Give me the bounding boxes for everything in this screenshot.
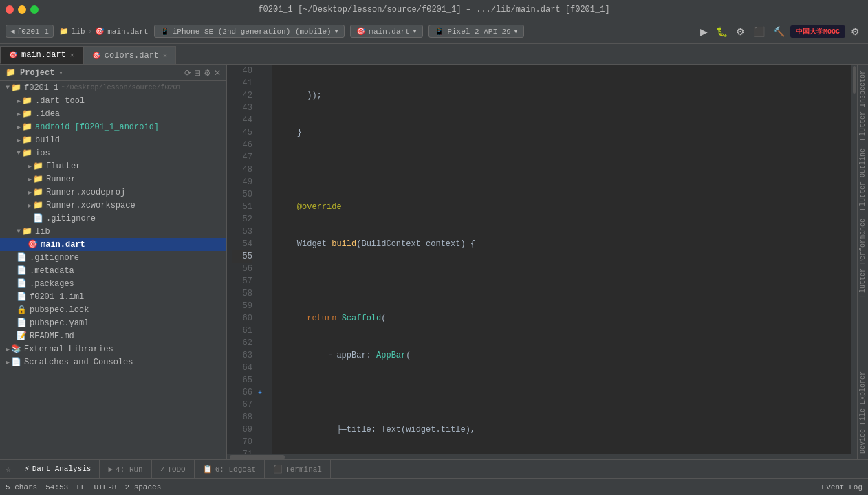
tree-item-dart-tool[interactable]: ▶ 📁 .dart_tool <box>0 94 226 107</box>
editor-scrollbar[interactable] <box>851 65 857 454</box>
flutter-performance-tab[interactable]: Flutter Performance <box>858 216 868 300</box>
tree-item-root[interactable]: ▼ 📁 f0201_1 ~/Desktop/lesson/source/f020… <box>0 81 226 94</box>
h-scrollbar-thumb[interactable] <box>230 455 285 459</box>
sync-button[interactable]: ⟳ <box>184 68 191 78</box>
sidebar: 📁 Project ▾ ⟳ ⊟ ⚙ ✕ ▼ 📁 f0201_1 ~/Deskto… <box>0 65 227 459</box>
line-num: 67 <box>232 399 252 411</box>
sidebar-scrollbar[interactable] <box>0 454 226 459</box>
tree-item-runner[interactable]: ▶ 📁 Runner <box>0 173 226 186</box>
phone-icon: 📱 <box>160 27 170 36</box>
tree-item-scratches[interactable]: ▶ 📄 Scratches and Consoles <box>0 355 226 368</box>
dropdown-icon: ▾ <box>514 27 519 36</box>
stop-button[interactable]: ⬛ <box>750 25 768 38</box>
arrow-icon: ▶ <box>28 162 32 170</box>
tree-item-metadata[interactable]: 📄 .metadata <box>0 264 226 277</box>
tree-item-build[interactable]: ▶ 📁 build <box>0 133 226 146</box>
tab-dart-analysis[interactable]: ⚡ Dart Analysis <box>17 460 100 479</box>
sidebar-content[interactable]: ▼ 📁 f0201_1 ~/Desktop/lesson/source/f020… <box>0 81 226 454</box>
tab-close[interactable]: ✕ <box>70 51 74 59</box>
tree-item-iml[interactable]: 📄 f0201_1.iml <box>0 290 226 303</box>
tree-item-packages[interactable]: 📄 .packages <box>0 277 226 290</box>
device-name: iPhone SE (2nd generation) (mobile) <box>173 28 332 36</box>
close-sidebar-button[interactable]: ✕ <box>214 68 221 78</box>
device-selector[interactable]: 📱 iPhone SE (2nd generation) (mobile) ▾ <box>154 25 345 38</box>
terminal-label: Terminal <box>285 465 322 474</box>
tree-item-external-libs[interactable]: ▶ 📚 External Libraries <box>0 342 226 355</box>
tree-item-android[interactable]: ▶ 📁 android [f0201_1_android] <box>0 120 226 133</box>
gutter-line <box>258 139 272 151</box>
gutter-line <box>258 250 272 263</box>
gutter-line <box>258 275 272 287</box>
tree-item-idea[interactable]: ▶ 📁 .idea <box>0 107 226 120</box>
close-button[interactable] <box>6 6 14 14</box>
scrollbar-thumb[interactable] <box>853 66 856 94</box>
breadcrumb-file: 🎯 <box>95 27 105 36</box>
line-num: 51 <box>232 201 252 213</box>
tab-run[interactable]: ▶ 4: Run <box>100 460 151 479</box>
tab-todo[interactable]: ✓ TODO <box>152 460 195 479</box>
line-num: 58 <box>232 287 252 300</box>
tree-item-lib[interactable]: ▼ 📁 lib <box>0 225 226 238</box>
tab-colors-dart[interactable]: 🎯 colors.dart ✕ <box>83 46 176 64</box>
line-num: 45 <box>232 126 252 139</box>
tree-item-xcworkspace[interactable]: ▶ 📁 Runner.xcworkspace <box>0 199 226 212</box>
tree-item-ios-gitignore[interactable]: 📄 .gitignore <box>0 212 226 225</box>
pixel-config[interactable]: 📱 Pixel 2 API 29 ▾ <box>428 25 524 38</box>
maximize-button[interactable] <box>30 6 39 14</box>
status-indent[interactable]: 2 spaces <box>124 483 161 492</box>
tree-label: .gitignore <box>46 214 96 223</box>
settings-button[interactable]: ⚙ <box>848 25 862 38</box>
tree-item-readme[interactable]: 📝 README.md <box>0 329 226 342</box>
gutter-line <box>258 362 272 374</box>
settings-icon[interactable]: ⚙ <box>204 68 211 78</box>
tab-close2[interactable]: ✕ <box>163 52 167 60</box>
code-container[interactable]: 40 41 42 43 44 45 46 47 48 49 50 51 52 5… <box>227 65 857 454</box>
flutter-inspector-tab[interactable]: Flutter Inspector <box>858 67 868 143</box>
tree-label: Runner.xcworkspace <box>46 201 135 210</box>
editor-area: 40 41 42 43 44 45 46 47 48 49 50 51 52 5… <box>227 65 857 459</box>
folder-icon: 📁 <box>22 135 32 145</box>
status-position[interactable]: 54:53 <box>45 483 68 492</box>
tab-logcat[interactable]: 📋 6: Logcat <box>195 460 265 479</box>
favorites-icon[interactable]: ☆ <box>0 464 17 474</box>
arrow-icon: ▼ <box>17 149 21 157</box>
status-encoding[interactable]: UTF-8 <box>94 483 116 492</box>
coverage-button[interactable]: ⚙ <box>733 25 748 38</box>
build-button[interactable]: 🔨 <box>770 25 788 38</box>
event-log[interactable]: Event Log <box>822 483 862 492</box>
back-button[interactable]: ◀ f0201_1 <box>6 25 54 38</box>
line-num: 50 <box>232 188 252 201</box>
tree-label: Scratches and Consoles <box>24 358 133 367</box>
folder-icon: 📁 <box>33 161 43 171</box>
tree-item-main-dart[interactable]: 🎯 main.dart <box>0 238 226 251</box>
file-icon: 📄 <box>17 278 27 289</box>
gutter-line <box>258 436 272 448</box>
run-config[interactable]: 🎯 main.dart ▾ <box>350 25 423 38</box>
tree-item-pubspec-yaml[interactable]: 📄 pubspec.yaml <box>0 316 226 329</box>
tree-item-ios[interactable]: ▼ 📁 ios <box>0 146 226 160</box>
tree-item-flutter[interactable]: ▶ 📁 Flutter <box>0 160 226 173</box>
code-line-48 <box>277 386 851 399</box>
debug-button[interactable]: 🐛 <box>713 25 730 38</box>
sidebar-title: Project <box>20 68 54 78</box>
collapse-button[interactable]: ⊟ <box>194 68 201 78</box>
horizontal-scrollbar[interactable] <box>227 454 857 459</box>
run-button[interactable]: ▶ <box>697 25 710 38</box>
status-line-ending[interactable]: LF <box>76 483 85 492</box>
tree-item-xcodeproj[interactable]: ▶ 📁 Runner.xcodeproj <box>0 186 226 199</box>
tree-item-gitignore[interactable]: 📄 .gitignore <box>0 251 226 264</box>
back-icon: ◀ <box>10 27 15 36</box>
line-num: 61 <box>232 324 252 337</box>
tab-terminal[interactable]: ⬛ Terminal <box>265 460 331 479</box>
tree-item-pubspec-lock[interactable]: 🔒 pubspec.lock <box>0 303 226 316</box>
minimize-button[interactable] <box>18 6 26 14</box>
run-icon: ▶ <box>108 465 113 474</box>
tree-label: pubspec.lock <box>30 305 89 315</box>
tab-main-dart[interactable]: 🎯 main.dart ✕ <box>0 46 83 64</box>
line-num: 66 <box>232 386 252 399</box>
flutter-outline-tab[interactable]: Flutter Outline <box>858 146 868 213</box>
line-num: 47 <box>232 151 252 164</box>
code-editor[interactable]: )); } @override Widget build(BuildContex… <box>272 65 851 454</box>
device-file-explorer-tab[interactable]: Device File Explorer <box>858 368 868 456</box>
file-icon: 📄 <box>17 318 27 328</box>
